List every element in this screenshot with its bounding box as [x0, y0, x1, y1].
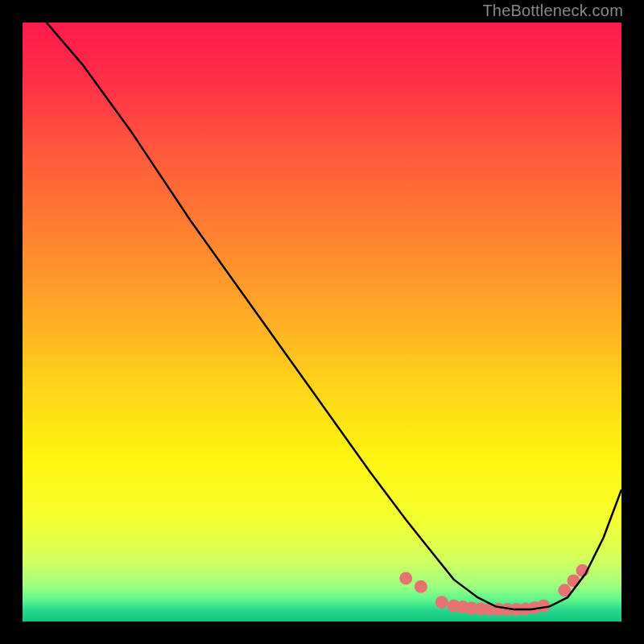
watermark-text: TheBottleneck.com	[482, 2, 623, 20]
marker-dot	[436, 596, 448, 609]
marker-dot	[415, 580, 427, 593]
plot-area	[23, 23, 621, 621]
chart-container: TheBottleneck.com	[0, 0, 644, 644]
bottleneck-chart	[23, 23, 621, 621]
marker-dot	[399, 572, 412, 584]
gradient-background	[23, 23, 621, 621]
marker-dot	[568, 574, 580, 587]
